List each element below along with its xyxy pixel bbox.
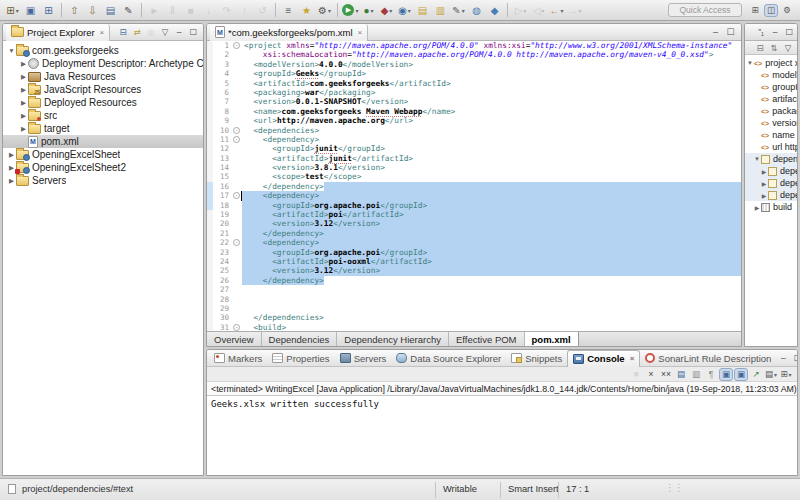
minimize-icon[interactable]: – [708,25,723,39]
editor-bottom-tab-dependencies[interactable]: Dependencies [262,332,338,346]
code-line-13[interactable]: 13 <artifactId>junit</artifactId> [207,154,741,163]
tree-expand-arrow[interactable]: ▶ [19,99,28,107]
code-line-3[interactable]: 3 <modelVersion>4.0.0</modelVersion> [207,60,741,69]
editor-content[interactable]: 1-<project xmlns="http://maven.apache.or… [207,41,741,333]
code-line-20[interactable]: 20 <version>3.12</version> [207,219,741,228]
perspective-javaee-button[interactable]: ◫ [764,4,778,17]
code-line-10[interactable]: 10- <dependencies> [207,126,741,135]
code-line-16[interactable]: 16 </dependency> [207,182,741,191]
code-line-24[interactable]: 24 <artifactId>poi-ooxml</artifactId> [207,257,741,266]
fold-marker-icon[interactable]: - [231,239,242,246]
tree-expand-arrow[interactable]: ▶ [760,192,768,199]
view-menu[interactable]: ▽ [781,41,795,54]
code-line-25[interactable]: 25 <version>3.12</version> [207,266,741,275]
tree-item-java-resources[interactable]: ▶Java Resources [3,70,203,83]
fold-marker-icon[interactable]: - [231,42,242,49]
tree-expand-arrow[interactable]: ▶ [19,73,28,81]
new-java-element-button[interactable]: ◆ [486,2,503,18]
debug-button[interactable]: ● [360,2,377,18]
code-line-30[interactable]: 30 </dependencies> [207,313,741,322]
outline-item-modelversion[interactable]: <>modelVersion [745,69,797,81]
outline-item-build[interactable]: ▶build [745,201,797,213]
fold-marker-icon[interactable]: - [231,136,242,143]
console-view-tab-data-source-explorer[interactable]: Data Source Explorer [391,350,506,367]
code-line-11[interactable]: 11- <dependency> [207,135,741,144]
tree-item-deployed-resources[interactable]: ▶Deployed Resources [3,96,203,109]
code-line-5[interactable]: 5 <artifactId>com.geeksforgeeks</artifac… [207,79,741,88]
tree-expand-arrow[interactable]: ▶ [760,168,768,175]
open-launch-button[interactable]: ↗ [749,368,763,381]
outline-item-version[interactable]: <>version [745,117,797,129]
tree-expand-arrow[interactable]: ▼ [7,47,16,54]
code-line-21[interactable]: 21 </dependency> [207,229,741,238]
view-label-button[interactable]: ”₁ [754,26,768,39]
tree-expand-arrow[interactable]: ▶ [19,125,28,133]
close-icon[interactable]: × [100,28,105,37]
maximize-button[interactable]: ☐ [790,352,798,365]
console-view-tab-sonarlint-rule-description[interactable]: SonarLint Rule Description [640,350,776,367]
import-button[interactable]: ⇩ [84,2,101,18]
tree-expand-arrow[interactable]: ▶ [760,180,768,187]
editor-bottom-tab-effective-pom[interactable]: Effective POM [449,332,525,346]
minimize-button[interactable]: – [172,26,186,39]
sort-button[interactable]: ⇅ [767,41,781,54]
tree-expand-arrow[interactable]: ▶ [19,112,28,120]
editor-bottom-tab-overview[interactable]: Overview [207,332,262,346]
collapse-all-button[interactable]: ⊟ [753,41,767,54]
save-button[interactable]: ▣ [22,2,39,18]
pen-tool-button[interactable]: ✎ [120,2,137,18]
open-file-folder-button[interactable]: ▥ [432,2,449,18]
fold-marker-icon[interactable]: - [231,192,242,199]
back-history-button[interactable]: ← [548,2,565,18]
outline-item-url-http-[interactable]: <>url http... [745,141,797,153]
open-console-button[interactable]: ⊞ [779,368,793,381]
code-line-15[interactable]: 15 <scope>test</scope> [207,172,741,181]
open-perspective-button[interactable]: ⊞ [748,4,762,17]
scroll-lock-button[interactable]: ▥ [689,368,703,381]
quick-access-field[interactable]: Quick Access [668,3,742,17]
code-line-22[interactable]: 22- <dependency> [207,238,741,247]
show-on-stderr-button[interactable]: ▣ [734,368,748,381]
tree-expand-arrow[interactable]: ▶ [19,60,28,68]
editor-bottom-tab-dependency-hierarchy[interactable]: Dependency Hierarchy [337,332,449,346]
tree-expand-arrow[interactable]: ▼ [746,60,754,66]
outline-item-dependency[interactable]: ▶dependency [745,189,797,201]
tree-expand-arrow[interactable]: ▼ [753,156,761,162]
external-tools-button[interactable]: ◆ [378,2,395,18]
code-line-27[interactable]: 27 [207,285,741,294]
mark-occurrences-button[interactable]: ≡ [280,2,297,18]
editor-tab-pom[interactable]: *com.geeksforgeeks/pom.xml × [210,24,368,41]
code-line-17[interactable]: 17- <dependency> [207,191,741,200]
editor-bottom-tab-pom-xml[interactable]: pom.xml [525,332,579,346]
tree-expand-arrow[interactable]: ▶ [7,151,16,159]
code-line-8[interactable]: 8 <name>com.geeksforgeeks Maven Webapp</… [207,107,741,116]
outline-item-project-xml-[interactable]: ▼<>project xml... [745,57,797,69]
open-console-view-button[interactable]: ▤ [102,2,119,18]
console-output[interactable]: Geeks.xlsx written successfully [207,396,797,461]
minimize-button[interactable]: – [776,352,790,365]
code-line-14[interactable]: 14 <version>3.8.1</version> [207,163,741,172]
fold-marker-icon[interactable]: - [231,324,242,331]
close-icon[interactable]: × [630,354,635,363]
maximize-button[interactable]: ☐ [782,26,796,39]
tree-expand-arrow[interactable]: ▶ [7,177,16,185]
code-line-4[interactable]: 4 <groupId>Geeks</groupId> [207,69,741,78]
code-line-18[interactable]: 18 <groupId>org.apache.poi</groupId> [207,201,741,210]
code-line-1[interactable]: 1-<project xmlns="http://maven.apache.or… [207,41,741,50]
tree-item-servers[interactable]: ▶Servers [3,174,203,187]
code-line-26[interactable]: 26 </dependency> [207,276,741,285]
tree-item-javascript-resources[interactable]: ▶JavaScript Resources [3,83,203,96]
annotate-button[interactable]: ✎ [450,2,467,18]
outline-item-groupid[interactable]: <>groupId [745,81,797,93]
code-line-28[interactable]: 28 [207,295,741,304]
code-line-9[interactable]: 9 <url>http://maven.apache.org</url> [207,116,741,125]
wand-button[interactable]: ★ [298,2,315,18]
tree-item-com-geeksforgeeks[interactable]: ▼com.geeksforgeeks [3,44,203,57]
perspective-java-button[interactable]: ⚙ [780,4,794,17]
new-wizard-button[interactable]: ⊞ [4,2,21,18]
code-line-23[interactable]: 23 <groupId>org.apache.poi</groupId> [207,248,741,257]
settings-button[interactable]: ⚙ [316,2,333,18]
console-view-tab-properties[interactable]: Properties [267,350,334,367]
console-view-tab-servers[interactable]: Servers [335,350,392,367]
export-war-button[interactable]: ⇧ [66,2,83,18]
